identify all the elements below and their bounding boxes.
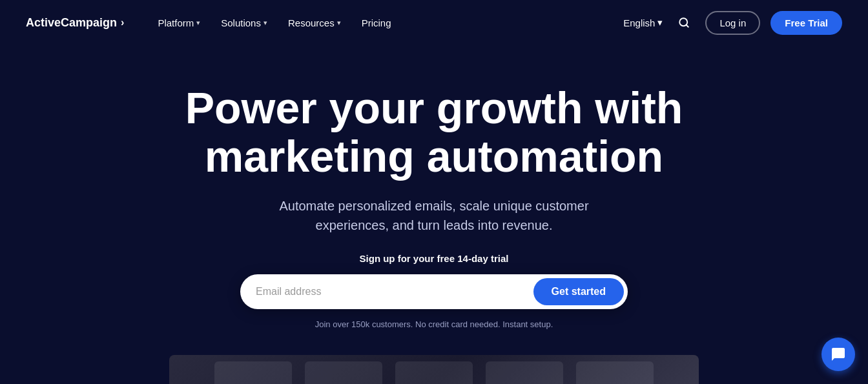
image-strip-inner <box>169 355 699 384</box>
logo-text: ActiveCampaign <box>26 16 117 30</box>
nav-link-resources-label: Resources <box>288 17 335 28</box>
hero-cta-label: Sign up for your free 14-day trial <box>360 253 509 264</box>
nav-right: English ▾ Log in Free Trial <box>623 11 842 35</box>
chevron-down-icon: ▾ <box>264 19 267 27</box>
nav-link-pricing-label: Pricing <box>362 17 391 28</box>
strip-item <box>305 361 382 384</box>
search-icon <box>678 17 690 28</box>
nav-link-resources[interactable]: Resources ▾ <box>280 12 349 34</box>
email-form: Get started <box>240 274 628 309</box>
chevron-down-icon: ▾ <box>196 19 200 27</box>
hero-fine-print: Join over 150k customers. No credit card… <box>315 319 553 329</box>
nav-link-platform-label: Platform <box>158 17 194 28</box>
nav-link-solutions-label: Solutions <box>221 17 261 28</box>
language-selector[interactable]: English ▾ <box>623 17 663 28</box>
free-trial-button[interactable]: Free Trial <box>770 11 842 35</box>
get-started-button[interactable]: Get started <box>533 278 624 305</box>
strip-item <box>395 361 473 384</box>
nav-link-platform[interactable]: Platform ▾ <box>150 12 208 34</box>
logo-arrow: › <box>121 17 124 28</box>
logo[interactable]: ActiveCampaign › <box>26 16 124 30</box>
navbar: ActiveCampaign › Platform ▾ Solutions ▾ … <box>0 0 868 45</box>
hero-subtitle: Automate personalized emails, scale uniq… <box>266 196 602 235</box>
strip-item <box>214 361 292 384</box>
language-chevron-icon: ▾ <box>657 17 663 28</box>
hero-section: Power your growth with marketing automat… <box>0 45 868 384</box>
chevron-down-icon: ▾ <box>337 19 341 27</box>
nav-left: ActiveCampaign › Platform ▾ Solutions ▾ … <box>26 12 399 34</box>
nav-links: Platform ▾ Solutions ▾ Resources ▾ Prici… <box>150 12 398 34</box>
svg-line-1 <box>687 25 688 26</box>
login-button[interactable]: Log in <box>705 11 760 35</box>
language-label: English <box>623 17 655 28</box>
chat-bubble-button[interactable] <box>822 338 855 371</box>
hero-title: Power your growth with marketing automat… <box>143 84 725 181</box>
email-input[interactable] <box>256 281 533 303</box>
chat-icon <box>831 347 846 362</box>
nav-link-pricing[interactable]: Pricing <box>354 12 399 34</box>
strip-item <box>486 361 563 384</box>
strip-item <box>576 361 654 384</box>
nav-link-solutions[interactable]: Solutions ▾ <box>213 12 275 34</box>
hero-image-strip <box>169 355 699 384</box>
search-button[interactable] <box>673 14 695 31</box>
